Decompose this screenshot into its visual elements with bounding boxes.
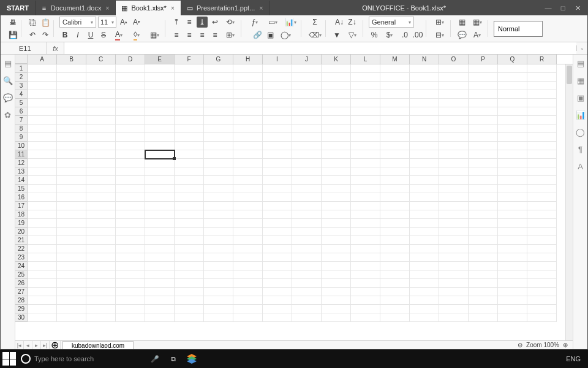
cell[interactable] xyxy=(322,193,351,202)
column-header[interactable]: I xyxy=(263,55,292,64)
cell[interactable] xyxy=(263,296,292,305)
cell[interactable] xyxy=(439,185,469,193)
cell[interactable] xyxy=(498,193,527,202)
redo-button[interactable]: ↷ xyxy=(40,29,51,40)
cell[interactable] xyxy=(410,313,439,322)
column-header[interactable]: Q xyxy=(498,55,527,64)
row-header[interactable]: 19 xyxy=(15,219,28,228)
cell[interactable] xyxy=(233,193,263,202)
cell[interactable] xyxy=(57,107,86,116)
cell[interactable] xyxy=(351,90,380,99)
cell[interactable] xyxy=(410,125,439,133)
cell[interactable] xyxy=(145,245,175,253)
language-indicator[interactable]: ENG xyxy=(561,355,586,362)
cell[interactable] xyxy=(439,116,469,125)
cell[interactable] xyxy=(527,262,557,270)
cell[interactable] xyxy=(145,305,175,313)
chart-settings-icon[interactable]: 📊 xyxy=(576,110,586,120)
cell[interactable] xyxy=(351,253,380,262)
cell[interactable] xyxy=(145,219,175,228)
cell[interactable] xyxy=(145,116,175,125)
cell[interactable] xyxy=(204,64,233,73)
cell[interactable] xyxy=(175,219,204,228)
cell[interactable] xyxy=(322,245,351,253)
cell[interactable] xyxy=(233,253,263,262)
cell[interactable] xyxy=(86,305,116,313)
sheet-tab[interactable]: kubadownlaod.com xyxy=(62,341,134,349)
cell[interactable] xyxy=(322,305,351,313)
cell[interactable] xyxy=(233,236,263,245)
cell[interactable] xyxy=(204,288,233,296)
cell[interactable] xyxy=(498,288,527,296)
table-settings-icon[interactable]: ▦ xyxy=(576,75,586,85)
cell[interactable] xyxy=(116,296,145,305)
cell[interactable] xyxy=(175,210,204,219)
cell[interactable] xyxy=(28,193,57,202)
cell[interactable] xyxy=(469,305,498,313)
cell[interactable] xyxy=(233,176,263,185)
cell[interactable] xyxy=(498,150,527,159)
column-header[interactable]: A xyxy=(28,55,57,64)
paragraph-settings-icon[interactable]: ¶ xyxy=(576,144,586,154)
cell[interactable] xyxy=(380,193,410,202)
row-header[interactable]: 23 xyxy=(15,253,28,262)
number-format-select[interactable]: General▾ xyxy=(369,17,414,28)
cell[interactable] xyxy=(116,142,145,150)
cell[interactable] xyxy=(351,262,380,270)
scrollbar-thumb[interactable] xyxy=(567,66,572,84)
cell[interactable] xyxy=(527,82,557,90)
cell[interactable] xyxy=(204,219,233,228)
cell[interactable] xyxy=(292,167,322,176)
cell[interactable] xyxy=(204,176,233,185)
clear-button[interactable]: ⌫▾ xyxy=(307,29,323,40)
row-header[interactable]: 8 xyxy=(15,125,28,133)
column-header[interactable]: N xyxy=(410,55,439,64)
cell[interactable] xyxy=(469,82,498,90)
row-header[interactable]: 3 xyxy=(15,82,28,90)
cell[interactable] xyxy=(469,313,498,322)
row-header[interactable]: 2 xyxy=(15,73,28,82)
tab-presentation[interactable]: ▭ Presentation1.ppt... × xyxy=(181,1,270,15)
cell[interactable] xyxy=(351,236,380,245)
cell[interactable] xyxy=(527,150,557,159)
cell[interactable] xyxy=(86,270,116,279)
sheet-nav-first[interactable]: |◂ xyxy=(15,341,24,349)
sort-asc-button[interactable]: A↓ xyxy=(334,17,345,28)
cell[interactable] xyxy=(233,73,263,82)
cell[interactable] xyxy=(116,288,145,296)
cell[interactable] xyxy=(439,99,469,107)
cell[interactable] xyxy=(145,279,175,288)
cell[interactable] xyxy=(351,125,380,133)
cell[interactable] xyxy=(410,133,439,142)
insert-cells-button[interactable]: ⊞▾ xyxy=(432,17,448,28)
cell[interactable] xyxy=(410,236,439,245)
cell[interactable] xyxy=(292,150,322,159)
cell[interactable] xyxy=(439,210,469,219)
row-header[interactable]: 28 xyxy=(15,296,28,305)
cell[interactable] xyxy=(116,159,145,167)
cell[interactable] xyxy=(322,219,351,228)
cell[interactable] xyxy=(292,125,322,133)
paste-button[interactable]: 📋 xyxy=(40,17,51,28)
cell[interactable] xyxy=(380,167,410,176)
cell[interactable] xyxy=(145,262,175,270)
select-all-corner[interactable] xyxy=(15,55,28,64)
cell[interactable] xyxy=(263,99,292,107)
cell[interactable] xyxy=(469,236,498,245)
chart-button[interactable]: 📊▾ xyxy=(282,17,298,28)
cell[interactable] xyxy=(28,253,57,262)
cell[interactable] xyxy=(28,185,57,193)
cell[interactable] xyxy=(263,202,292,210)
cell[interactable] xyxy=(410,159,439,167)
cell[interactable] xyxy=(28,245,57,253)
cell[interactable] xyxy=(292,176,322,185)
align-center-button[interactable]: ≡ xyxy=(184,29,195,40)
cell[interactable] xyxy=(469,167,498,176)
cell[interactable] xyxy=(527,253,557,262)
cell[interactable] xyxy=(86,167,116,176)
insert-function-button[interactable]: ƒ▾ xyxy=(247,17,263,28)
column-header[interactable]: M xyxy=(380,55,410,64)
cell[interactable] xyxy=(28,228,57,236)
cell[interactable] xyxy=(145,73,175,82)
cell[interactable] xyxy=(322,150,351,159)
